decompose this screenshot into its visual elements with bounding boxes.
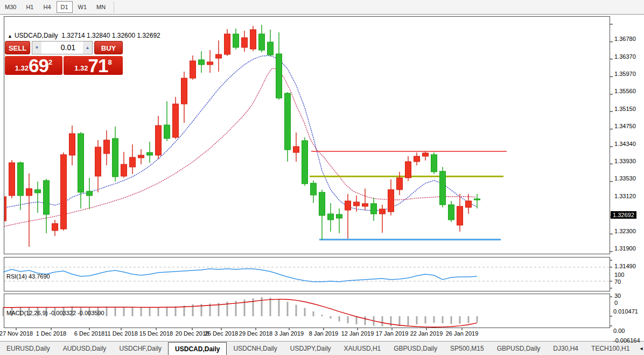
candle-body [242,38,248,47]
price-axis-label: 1.32300 [614,228,636,234]
buy-button[interactable]: BUY [94,41,123,54]
candle-body [1,197,6,221]
candle-body [69,134,75,155]
date-axis-label[interactable]: 8 Jan 2019 [309,330,338,337]
current-price-tag: 1.32692 [611,211,636,219]
date-axis-label[interactable]: 26 Jan 2019 [446,330,479,337]
candle-body [199,60,205,65]
candle-body [449,205,454,220]
chart-tab-usdcnh-daily[interactable]: USDCNH,Daily [227,342,283,355]
chart-tab-usdjpy-daily[interactable]: USDJPY,Daily [284,342,338,355]
timeframe-button-d1[interactable]: D1 [57,1,73,13]
date-axis-label[interactable]: 3 Jan 2019 [275,330,304,337]
price-axis-label: 1.35150 [614,106,636,112]
candle-body [9,163,15,196]
volume-input[interactable]: 0.01 [41,41,83,54]
mt4-terminal: M30H1H4D1W1MN ▲USDCAD,Daily 1.32714 1.32… [0,0,644,355]
candle-body [225,34,230,54]
buy-price-pip: 8 [108,58,112,66]
volume-decrease-button[interactable]: ▼ [32,41,41,54]
macd-axis-label: 0.00 [613,328,625,334]
candle-body [285,93,291,150]
chart-window: ▲USDCAD,Daily 1.32714 1.32840 1.32600 1.… [0,15,644,342]
symbol-tab-bar: EURUSD,DailyAUDUSD,DailyUSDCHF,DailyUSDC… [0,341,644,355]
date-axis-label[interactable]: 12 Jan 2019 [341,330,374,337]
candle-body [380,209,386,214]
candle-body [87,191,93,196]
chart-tab-usdchf-daily[interactable]: USDCHF,Daily [113,342,168,355]
chart-tab-eurusd-daily[interactable]: EURUSD,Daily [0,342,57,355]
timeframe-button-h4[interactable]: H4 [39,1,55,13]
sell-price-prefix: 1.32 [15,64,29,72]
candle-body [345,201,351,210]
price-axis-label: 1.35560 [614,88,636,94]
collapse-triangle-icon[interactable]: ▲ [8,33,12,39]
candle-body [138,155,144,158]
date-axis-label[interactable]: 17 Jan 2019 [376,330,409,337]
price-axis-label: 1.34340 [614,141,636,147]
candle-body [121,164,127,176]
chart-tab-sp500-m15[interactable]: SP500,M15 [444,342,491,355]
candle-body [311,183,317,195]
sell-price-quote[interactable]: 1.32 69 2 [5,56,62,75]
candle-body [431,155,437,172]
price-axis-label: 1.34750 [614,123,636,129]
candle-body [233,34,239,47]
chart-tab-gbpusd-daily[interactable]: GBPUSD,Daily [491,342,547,355]
candle-body [268,42,274,55]
date-axis-label[interactable]: 29 Dec 2018 [239,330,272,337]
candle-body [173,104,179,137]
candle-body [130,157,136,167]
date-axis-label[interactable]: 6 Dec 2018 [74,330,104,337]
candle-body [276,54,282,98]
chart-title-ohlc: 1.32714 1.32840 1.32600 1.32692 [61,32,160,39]
candle-body [147,152,153,155]
volume-increase-button[interactable]: ▲ [83,41,92,54]
candle-body [18,163,24,196]
timeframe-toolbar: M30H1H4D1W1MN [0,0,644,15]
sell-button[interactable]: SELL [5,41,30,54]
chart-tab-gbpusd-daily[interactable]: GBPUSD,Daily [387,342,444,355]
candle-body [181,78,187,104]
buy-price-quote[interactable]: 1.32 71 8 [64,56,123,75]
price-axis-label: 1.35970 [614,71,636,77]
candle-body [190,61,196,78]
price-axis-label: 1.33930 [614,158,636,164]
candle-body [216,54,222,58]
timeframe-button-w1[interactable]: W1 [74,1,92,13]
candle-body [78,134,84,192]
candle-body [26,189,32,196]
timeframe-button-h1[interactable]: H1 [22,1,38,13]
date-axis-label[interactable]: 22 Jan 2019 [410,330,443,337]
candle-body [207,62,213,65]
chart-tab-dj30-h4[interactable]: DJ30,H4 [547,342,585,355]
candle-body [337,214,342,218]
candle-body [319,192,325,215]
chart-tab-audusd-daily[interactable]: AUDUSD,Daily [57,342,113,355]
chart-title-symbol: USDCAD,Daily [15,32,58,39]
price-axis-label: 1.36780 [614,36,636,42]
chart-tab-xauusd-h1[interactable]: XAUUSD,H1 [338,342,388,355]
rsi-axis-label: 70 [614,279,621,285]
macd-axis-label: -0.006164 [613,337,640,344]
sell-price-pip: 2 [48,58,52,66]
date-axis-label[interactable]: 27 Nov 2018 [0,330,33,337]
timeframe-button-mn[interactable]: MN [92,1,110,13]
date-axis-label[interactable]: 11 Dec 2018 [104,330,138,337]
timeframe-button-m30[interactable]: M30 [1,1,20,13]
candle-body [388,190,394,212]
candle-body [328,214,334,220]
date-axis-label[interactable]: 25 Dec 2018 [205,330,238,337]
price-axis-label: 1.31490 [614,263,636,269]
chart-title: ▲USDCAD,Daily 1.32714 1.32840 1.32600 1.… [8,32,160,39]
tab-scroll-left-icon[interactable]: ◄ [636,346,644,351]
candle-body [95,147,101,176]
candle-body [164,125,170,138]
date-axis-label[interactable]: 15 Dec 2018 [139,330,173,337]
rsi-axis-label: 30 [614,293,621,299]
candle-body [466,201,472,207]
date-axis-label[interactable]: 1 Dec 2018 [36,330,66,337]
one-click-trading-panel: SELL ▼ 0.01 ▲ BUY 1.32 69 2 1.32 71 8 [5,41,123,54]
price-axis-label: 1.33120 [614,193,636,199]
chart-tab-usdcad-daily[interactable]: USDCAD,Daily [168,342,227,355]
